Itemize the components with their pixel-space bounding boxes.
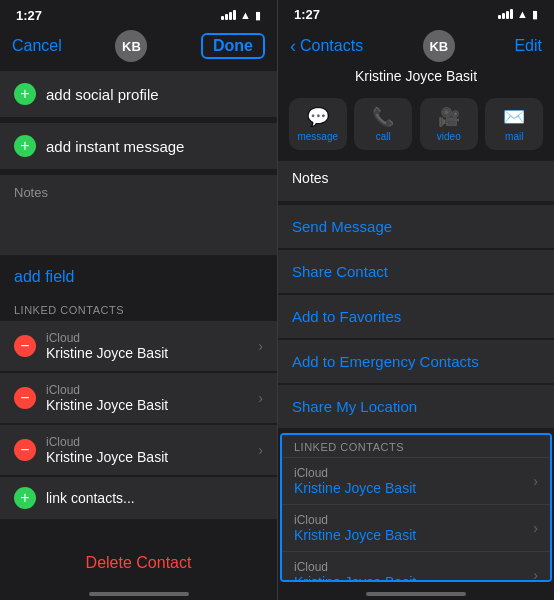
left-wifi-icon: ▲ <box>240 9 251 21</box>
right-linked-text-3: iCloud Kristine Joyce Basit <box>294 560 525 582</box>
linked-provider-1: iCloud <box>46 331 248 345</box>
video-icon: 🎥 <box>438 106 460 128</box>
right-signal-icon <box>498 9 513 19</box>
add-social-plus-icon: + <box>14 83 36 105</box>
linked-minus-1: − <box>14 335 36 357</box>
right-home-indicator <box>278 586 554 600</box>
linked-row-2[interactable]: − iCloud Kristine Joyce Basit › <box>0 373 277 423</box>
right-panel: 1:27 ▲ ▮ ‹ Contacts KB Edit Kristine Joy… <box>277 0 554 600</box>
right-linked-text-2: iCloud Kristine Joyce Basit <box>294 513 525 543</box>
call-icon: 📞 <box>372 106 394 128</box>
left-home-bar <box>89 592 189 596</box>
back-button[interactable]: ‹ Contacts <box>290 36 363 57</box>
right-home-bar <box>366 592 466 596</box>
call-action-btn[interactable]: 📞 call <box>354 98 412 150</box>
add-instant-message-row[interactable]: + add instant message <box>0 123 277 169</box>
linked-text-1: iCloud Kristine Joyce Basit <box>46 331 248 361</box>
linked-row-3[interactable]: − iCloud Kristine Joyce Basit › <box>0 425 277 475</box>
right-status-time: 1:27 <box>294 7 320 22</box>
add-favorites-item[interactable]: Add to Favorites <box>278 295 554 338</box>
message-action-btn[interactable]: 💬 message <box>289 98 347 150</box>
mail-icon: ✉️ <box>503 106 525 128</box>
cancel-button[interactable]: Cancel <box>12 37 62 55</box>
message-label: message <box>297 131 338 142</box>
chevron-right-3: › <box>258 442 263 458</box>
notes-right: Notes <box>278 161 554 201</box>
right-chevron-3: › <box>533 567 538 582</box>
right-linked-name-1: Kristine Joyce Basit <box>294 480 525 496</box>
call-label: call <box>376 131 391 142</box>
linked-name-3: Kristine Joyce Basit <box>46 449 248 465</box>
left-avatar: KB <box>115 30 147 62</box>
linked-minus-3: − <box>14 439 36 461</box>
link-contacts-row[interactable]: + link contacts... <box>0 477 277 519</box>
share-location-item[interactable]: Share My Location <box>278 385 554 428</box>
linked-text-2: iCloud Kristine Joyce Basit <box>46 383 248 413</box>
add-instant-label: add instant message <box>46 138 184 155</box>
linked-provider-3: iCloud <box>46 435 248 449</box>
right-linked-row-1[interactable]: iCloud Kristine Joyce Basit › <box>282 457 550 504</box>
right-status-bar: 1:27 ▲ ▮ <box>278 0 554 26</box>
left-nav-bar: Cancel KB Done <box>0 28 277 68</box>
add-field-label: add field <box>14 268 75 285</box>
linked-name-1: Kristine Joyce Basit <box>46 345 248 361</box>
left-status-time: 1:27 <box>16 8 42 23</box>
notes-label-left: Notes <box>14 185 263 200</box>
linked-contacts-header-right: LINKED CONTACTS <box>282 435 550 457</box>
right-wifi-icon: ▲ <box>517 8 528 20</box>
edit-button[interactable]: Edit <box>514 37 542 55</box>
add-social-profile-row[interactable]: + add social profile <box>0 71 277 117</box>
add-field-row[interactable]: add field <box>0 258 277 296</box>
notes-section-left: Notes <box>0 175 277 255</box>
mail-action-btn[interactable]: ✉️ mail <box>485 98 543 150</box>
chevron-right-2: › <box>258 390 263 406</box>
linked-contacts-section-right: LINKED CONTACTS iCloud Kristine Joyce Ba… <box>280 433 552 582</box>
chevron-right-1: › <box>258 338 263 354</box>
notes-right-label: Notes <box>292 170 329 186</box>
done-button[interactable]: Done <box>201 33 265 59</box>
contact-name: Kristine Joyce Basit <box>278 66 554 92</box>
mail-label: mail <box>505 131 523 142</box>
left-panel: 1:27 ▲ ▮ Cancel KB Done + add social pro… <box>0 0 277 600</box>
video-label: video <box>437 131 461 142</box>
linked-minus-2: − <box>14 387 36 409</box>
add-social-label: add social profile <box>46 86 159 103</box>
linked-row-1[interactable]: − iCloud Kristine Joyce Basit › <box>0 321 277 371</box>
link-contacts-plus-icon: + <box>14 487 36 509</box>
right-linked-provider-3: iCloud <box>294 560 525 574</box>
linked-contacts-header-left: LINKED CONTACTS <box>0 296 277 320</box>
share-contact-item[interactable]: Share Contact <box>278 250 554 293</box>
add-emergency-item[interactable]: Add to Emergency Contacts <box>278 340 554 383</box>
linked-text-3: iCloud Kristine Joyce Basit <box>46 435 248 465</box>
right-avatar: KB <box>423 30 455 62</box>
linked-provider-2: iCloud <box>46 383 248 397</box>
right-battery-icon: ▮ <box>532 8 538 21</box>
delete-contact-button[interactable]: Delete Contact <box>0 540 277 586</box>
left-status-bar: 1:27 ▲ ▮ <box>0 0 277 28</box>
right-linked-name-3: Kristine Joyce Basit <box>294 574 525 582</box>
back-chevron-icon: ‹ <box>290 36 296 57</box>
right-linked-text-1: iCloud Kristine Joyce Basit <box>294 466 525 496</box>
right-linked-row-3[interactable]: iCloud Kristine Joyce Basit › <box>282 551 550 582</box>
send-message-item[interactable]: Send Message <box>278 205 554 248</box>
left-battery-icon: ▮ <box>255 9 261 22</box>
right-linked-provider-2: iCloud <box>294 513 525 527</box>
action-icons-row: 💬 message 📞 call 🎥 video ✉️ mail <box>278 92 554 158</box>
left-status-icons: ▲ ▮ <box>221 9 261 22</box>
left-home-indicator <box>0 586 277 600</box>
right-linked-row-2[interactable]: iCloud Kristine Joyce Basit › <box>282 504 550 551</box>
back-label: Contacts <box>300 37 363 55</box>
video-action-btn[interactable]: 🎥 video <box>420 98 478 150</box>
message-icon: 💬 <box>307 106 329 128</box>
right-chevron-1: › <box>533 473 538 489</box>
right-status-icons: ▲ ▮ <box>498 8 538 21</box>
linked-name-2: Kristine Joyce Basit <box>46 397 248 413</box>
right-nav-bar: ‹ Contacts KB Edit <box>278 26 554 66</box>
add-instant-plus-icon: + <box>14 135 36 157</box>
right-linked-provider-1: iCloud <box>294 466 525 480</box>
link-contacts-label: link contacts... <box>46 490 135 506</box>
left-signal-icon <box>221 10 236 20</box>
right-linked-name-2: Kristine Joyce Basit <box>294 527 525 543</box>
right-chevron-2: › <box>533 520 538 536</box>
